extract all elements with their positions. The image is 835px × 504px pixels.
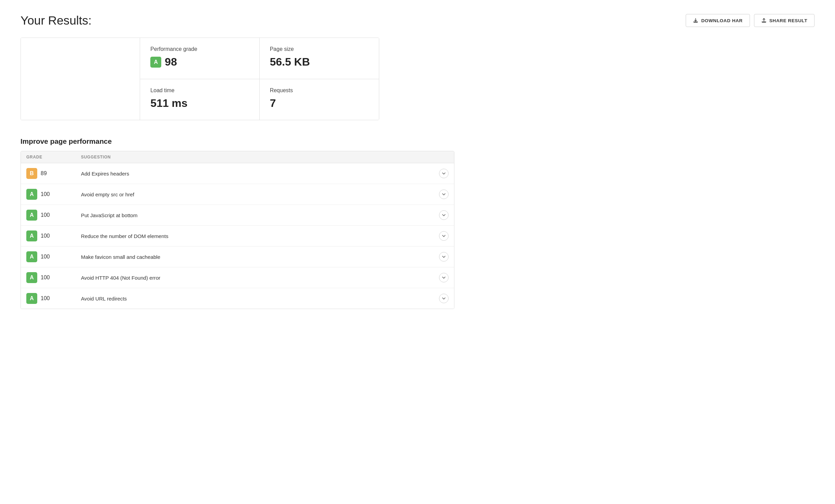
row-grade-badge: A (26, 251, 37, 262)
svg-rect-1 (762, 22, 766, 23)
performance-grade-cell: Performance grade A 98 (140, 38, 259, 79)
performance-grade-number: 98 (165, 56, 177, 68)
screenshot-cell (21, 38, 140, 120)
chevron-down-icon (442, 214, 446, 216)
header-row: Your Results: DOWNLOAD HAR SHARE RESULT (20, 14, 815, 27)
expand-row-button[interactable] (439, 231, 449, 241)
chevron-down-icon (442, 172, 446, 174)
table-row: A 100 Make favicon small and cacheable (21, 247, 454, 267)
expand-row-button[interactable] (439, 294, 449, 303)
chevron-down-icon (442, 277, 446, 279)
row-grade-score: 100 (41, 233, 50, 239)
chevron-down-icon (442, 235, 446, 237)
row-grade-score: 100 (41, 191, 50, 197)
table-rows-container: B 89 Add Expires headers A 100 Avoid emp… (21, 163, 454, 309)
load-time-cell: Load time 511 ms (140, 79, 259, 120)
expand-row-button[interactable] (439, 190, 449, 199)
row-grade-cell: A 100 (26, 230, 81, 241)
row-grade-cell: A 100 (26, 251, 81, 262)
row-suggestion: Avoid HTTP 404 (Not Found) error (81, 275, 435, 281)
expand-row-button[interactable] (439, 252, 449, 262)
header-buttons: DOWNLOAD HAR SHARE RESULT (686, 14, 815, 27)
row-grade-badge: A (26, 293, 37, 304)
page-title: Your Results: (20, 14, 679, 27)
performance-table: GRADE SUGGESTION B 89 Add Expires header… (20, 151, 454, 309)
row-grade-score: 100 (41, 212, 50, 218)
row-grade-badge: A (26, 210, 37, 221)
load-time-value: 511 ms (150, 97, 249, 110)
row-grade-score: 89 (41, 170, 47, 177)
page-size-cell: Page size 56.5 KB (260, 38, 379, 79)
improve-section-title: Improve page performance (20, 137, 815, 145)
row-grade-score: 100 (41, 295, 50, 302)
table-row: A 100 Avoid HTTP 404 (Not Found) error (21, 267, 454, 288)
performance-grade-label: Performance grade (150, 46, 249, 52)
svg-rect-0 (694, 22, 698, 23)
performance-grade-value: A 98 (150, 56, 249, 68)
row-grade-badge: A (26, 189, 37, 200)
row-grade-cell: B 89 (26, 168, 81, 179)
share-result-button[interactable]: SHARE RESULT (754, 14, 815, 27)
page-size-label: Page size (270, 46, 369, 52)
row-grade-cell: A 100 (26, 293, 81, 304)
row-grade-badge: A (26, 230, 37, 241)
row-suggestion: Put JavaScript at bottom (81, 212, 435, 218)
grade-badge-a: A (150, 57, 161, 68)
row-grade-cell: A 100 (26, 189, 81, 200)
chevron-down-icon (442, 193, 446, 195)
share-result-label: SHARE RESULT (769, 18, 807, 23)
table-row: A 100 Avoid empty src or href (21, 184, 454, 205)
table-header: GRADE SUGGESTION (21, 151, 454, 163)
table-row: A 100 Put JavaScript at bottom (21, 205, 454, 226)
table-row: B 89 Add Expires headers (21, 163, 454, 184)
row-grade-score: 100 (41, 254, 50, 260)
expand-row-button[interactable] (439, 210, 449, 220)
requests-value: 7 (270, 97, 369, 110)
row-grade-cell: A 100 (26, 272, 81, 283)
table-row: A 100 Avoid URL redirects (21, 288, 454, 309)
improve-section: Improve page performance GRADE SUGGESTIO… (20, 137, 815, 309)
requests-label: Requests (270, 87, 369, 94)
expand-column-header (435, 155, 449, 159)
expand-row-button[interactable] (439, 169, 449, 178)
share-icon (761, 18, 767, 23)
metrics-grid: Performance grade A 98 Page size 56.5 KB… (20, 38, 379, 120)
requests-cell: Requests 7 (260, 79, 379, 120)
row-grade-score: 100 (41, 275, 50, 281)
row-suggestion: Add Expires headers (81, 171, 435, 177)
expand-row-button[interactable] (439, 273, 449, 282)
row-grade-badge: A (26, 272, 37, 283)
row-grade-badge: B (26, 168, 37, 179)
chevron-down-icon (442, 297, 446, 299)
page-size-value: 56.5 KB (270, 56, 369, 68)
load-time-label: Load time (150, 87, 249, 94)
download-har-label: DOWNLOAD HAR (701, 18, 742, 23)
row-suggestion: Avoid URL redirects (81, 296, 435, 302)
suggestion-column-header: SUGGESTION (81, 155, 435, 159)
download-icon (693, 18, 698, 23)
row-suggestion: Avoid empty src or href (81, 192, 435, 197)
row-suggestion: Make favicon small and cacheable (81, 254, 435, 260)
row-grade-cell: A 100 (26, 210, 81, 221)
chevron-down-icon (442, 256, 446, 258)
table-row: A 100 Reduce the number of DOM elements (21, 226, 454, 247)
download-har-button[interactable]: DOWNLOAD HAR (686, 14, 750, 27)
grade-column-header: GRADE (26, 155, 81, 159)
row-suggestion: Reduce the number of DOM elements (81, 233, 435, 239)
